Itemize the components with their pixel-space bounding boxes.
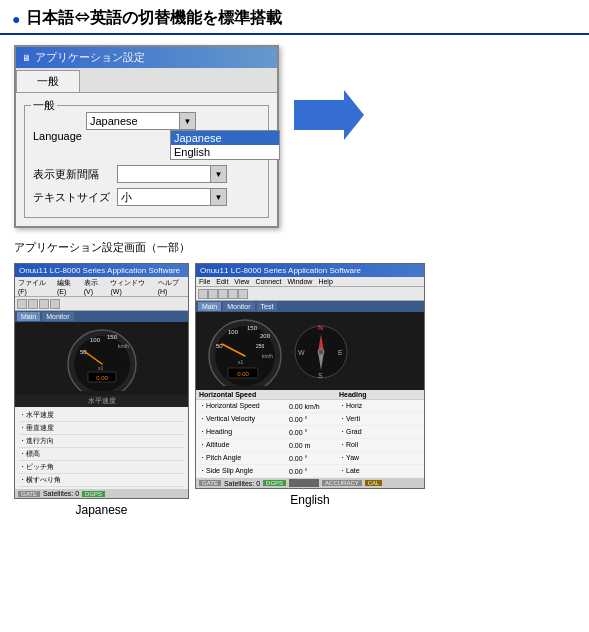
dialog-titlebar: 🖥 アプリケーション設定	[16, 47, 277, 68]
en-col-header-name: Horizontal Speed	[199, 391, 289, 398]
main-content: 🖥 アプリケーション設定 一般 一般 Language	[0, 35, 589, 527]
language-label: Language	[33, 130, 82, 142]
en-menu-connect[interactable]: Connect	[255, 278, 281, 285]
dialog-tab-general[interactable]: 一般	[16, 70, 80, 92]
en-item-right-6: ・Late	[339, 466, 421, 476]
ja-status-gate[interactable]: GATE	[18, 491, 40, 497]
ja-speedometer: 50 100 150 km/h x1 0.00	[62, 326, 142, 391]
svg-text:250: 250	[256, 343, 265, 349]
form-row-textsize: テキストサイズ 小 ▼	[33, 188, 260, 206]
en-item-right-1: ・Horiz	[339, 401, 421, 411]
en-item-heading-val: 0.00 °	[289, 429, 339, 436]
en-toolbar-icon-1[interactable]	[198, 289, 208, 299]
svg-text:150: 150	[107, 334, 118, 340]
en-item-right-3: ・Grad	[339, 427, 421, 437]
en-data-header: Horizontal Speed Heading	[196, 390, 424, 400]
en-status-gate[interactable]: GATE	[199, 480, 221, 486]
toolbar-icon-2[interactable]	[28, 299, 38, 309]
en-toolbar-icon-5[interactable]	[238, 289, 248, 299]
blue-arrow-icon	[289, 85, 369, 155]
ja-status-dgps[interactable]: DGPS	[82, 491, 105, 497]
en-toolbar-icon-4[interactable]	[228, 289, 238, 299]
en-tab-test[interactable]: Test	[257, 302, 278, 311]
english-screenshot-wrapper: Onuu11 LC-8000 Series Application Softwa…	[195, 263, 425, 517]
ja-status-satellites: Satellites: 0	[43, 490, 79, 497]
language-select[interactable]: Japanese ▼	[86, 112, 196, 130]
group-label: 一般	[31, 98, 57, 113]
en-menu-window[interactable]: Window	[287, 278, 312, 285]
en-item-altitude-val: 0.00 m	[289, 442, 339, 449]
list-item: ・Pitch Angle 0.00 ° ・Yaw	[196, 452, 424, 465]
svg-text:100: 100	[90, 337, 101, 343]
en-gauge-area: 50 100 150 200 km/h 250 x1 0.00	[196, 312, 424, 390]
list-item: ・Vertical Velocity 0.00 ° ・Verti	[196, 413, 424, 426]
svg-text:0.00: 0.00	[96, 375, 108, 381]
en-status-cal[interactable]: CAL	[365, 480, 383, 486]
toolbar-icon-4[interactable]	[50, 299, 60, 309]
svg-text:0.00: 0.00	[237, 371, 249, 377]
settings-dialog: 🖥 アプリケーション設定 一般 一般 Language	[14, 45, 279, 228]
language-dropdown-list: Japanese English	[170, 130, 280, 160]
ja-tab-monitor[interactable]: Monitor	[42, 312, 73, 321]
ja-menubar: ファイル(F) 編集(E) 表示(V) ウィンドウ(W) ヘルプ(H)	[15, 277, 188, 297]
en-item-vvel-name: ・Vertical Velocity	[199, 414, 289, 424]
ja-menu-edit[interactable]: 編集(E)	[57, 278, 78, 295]
ja-tab-main[interactable]: Main	[17, 312, 40, 321]
lang-option-english[interactable]: English	[171, 145, 279, 159]
header: ● 日本語⇔英語の切替機能を標準搭載	[0, 0, 589, 35]
toolbar-icon-1[interactable]	[17, 299, 27, 309]
ja-data-list: ・水平速度 ・垂直速度 ・進行方向 ・標高 ・ピッチ角 ・横すべり角	[15, 407, 188, 489]
en-item-pitch-name: ・Pitch Angle	[199, 453, 289, 463]
en-tabs-bar: Main Monitor Test	[196, 301, 424, 312]
en-menu-file[interactable]: File	[199, 278, 210, 285]
en-tab-main[interactable]: Main	[198, 302, 221, 311]
en-menu-edit[interactable]: Edit	[216, 278, 228, 285]
en-app-title: Onuu11 LC-8000 Series Application Softwa…	[200, 266, 361, 275]
en-col-header-value	[289, 391, 339, 398]
svg-text:200: 200	[260, 333, 271, 339]
japanese-screenshot-wrapper: Onuu11 LC-8000 Series Application Softwa…	[14, 263, 189, 517]
interval-select[interactable]: ▼	[117, 165, 227, 183]
dialog-icon: 🖥	[22, 53, 31, 63]
svg-point-29	[318, 349, 324, 355]
dialog-body: 一般 Language Japanese ▼ Japa	[16, 93, 277, 226]
textsize-value: 小	[118, 190, 210, 205]
form-row-interval: 表示更新間隔 ▼	[33, 165, 260, 183]
en-item-hspeed-name: ・Horizontal Speed	[199, 401, 289, 411]
en-toolbar-icon-3[interactable]	[218, 289, 228, 299]
ja-menu-help[interactable]: ヘルプ(H)	[158, 278, 185, 295]
ja-menu-window[interactable]: ウィンドウ(W)	[110, 278, 151, 295]
textsize-dropdown-btn[interactable]: ▼	[210, 189, 226, 205]
toolbar-icon-3[interactable]	[39, 299, 49, 309]
en-status-accuracy[interactable]: ACCURACY	[322, 480, 362, 486]
svg-text:x1: x1	[238, 359, 244, 365]
language-dropdown-btn[interactable]: ▼	[179, 113, 195, 129]
en-data-list: ・Horizontal Speed 0.00 km/h ・Horiz ・Vert…	[196, 400, 424, 478]
en-menu-view[interactable]: View	[234, 278, 249, 285]
list-item: ・Horizontal Speed 0.00 km/h ・Horiz	[196, 400, 424, 413]
en-status-bar-graph	[289, 479, 319, 487]
list-item: ・標高	[19, 448, 184, 461]
svg-text:km/h: km/h	[262, 353, 273, 359]
en-status-satellites: Satellites: 0	[224, 480, 260, 487]
en-toolbar-icon-2[interactable]	[208, 289, 218, 299]
en-item-slip-val: 0.00 °	[289, 468, 339, 475]
lang-option-japanese[interactable]: Japanese	[171, 131, 279, 145]
interval-dropdown-btn[interactable]: ▼	[210, 166, 226, 182]
en-tab-monitor[interactable]: Monitor	[223, 302, 254, 311]
japanese-label: Japanese	[75, 503, 127, 517]
svg-text:x1: x1	[98, 365, 104, 371]
svg-text:100: 100	[228, 329, 239, 335]
en-item-right-4: ・Roll	[339, 440, 421, 450]
textsize-select[interactable]: 小 ▼	[117, 188, 227, 206]
en-menu-help[interactable]: Help	[318, 278, 332, 285]
svg-text:N: N	[318, 324, 323, 331]
list-item: ・進行方向	[19, 435, 184, 448]
ja-menu-file[interactable]: ファイル(F)	[18, 278, 51, 295]
en-item-slip-name: ・Side Slip Angle	[199, 466, 289, 476]
ja-menu-view[interactable]: 表示(V)	[84, 278, 105, 295]
ja-titlebar: Onuu11 LC-8000 Series Application Softwa…	[15, 264, 188, 277]
en-status-dgps[interactable]: DGPS	[263, 480, 286, 486]
svg-text:150: 150	[247, 325, 258, 331]
svg-text:S: S	[318, 372, 323, 379]
